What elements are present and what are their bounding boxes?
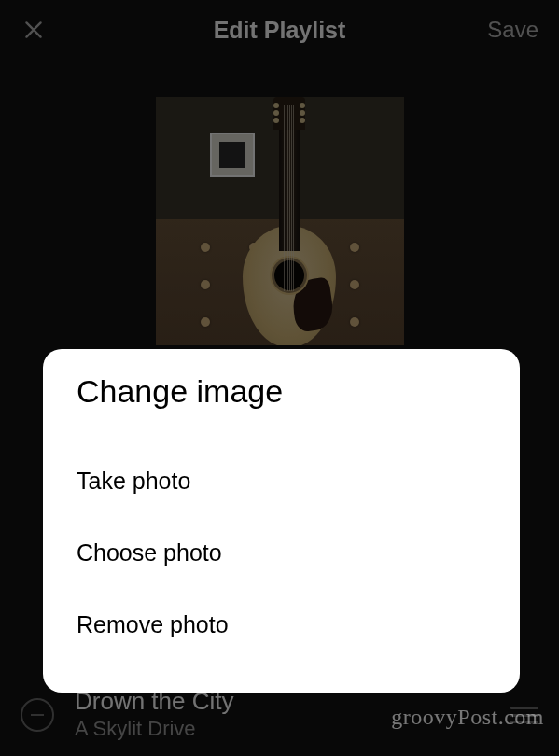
remove-photo-option[interactable]: Remove photo <box>77 589 486 661</box>
sheet-title: Change image <box>77 373 486 410</box>
watermark: groovyPost.com <box>391 705 544 730</box>
choose-photo-option[interactable]: Choose photo <box>77 517 486 589</box>
change-image-sheet: Change image Take photo Choose photo Rem… <box>43 349 520 693</box>
take-photo-option[interactable]: Take photo <box>77 445 486 517</box>
